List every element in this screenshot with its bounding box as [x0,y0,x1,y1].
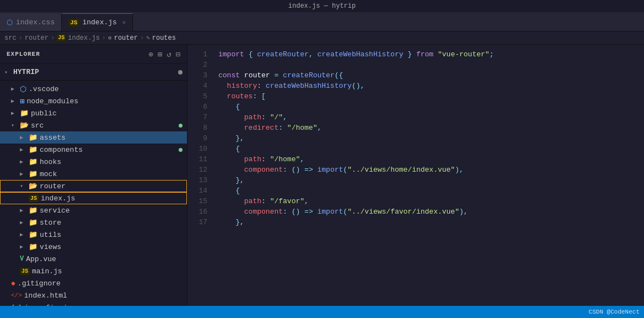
explorer-title: EXPLORER [7,51,40,57]
credit-text: CSDN @CodeNect [589,309,640,315]
tree-item-components[interactable]: ▶ 📁 components [0,144,187,156]
tree-label-node-modules: node_modules [26,97,78,105]
line-4: history: createWebHashHistory(), [218,81,644,91]
tree-item-mock[interactable]: ▶ 📁 mock [0,168,187,180]
line-13: }, [218,175,644,186]
title-bar: index.js — hytrip [0,0,644,12]
folder-icon-views: 📁 [29,242,37,251]
tree-item-store[interactable]: ▶ 📁 store [0,216,187,229]
tree-label-main-js: main.js [32,267,62,275]
tab-js[interactable]: JS index.js ✕ [62,13,133,31]
line-5: routes: [ [218,91,644,102]
folder-icon-src: 📂 [20,121,29,130]
tree-item-router[interactable]: ▾ 📂 router [0,180,187,192]
line-1: import { createRouter, createWebHashHist… [218,49,644,60]
bc-js-icon: JS [57,34,66,41]
code-area[interactable]: 12345 678910 1112131415 1617 import { cr… [187,45,644,306]
bc-router-ref-icon: ⊕ [108,34,112,41]
refresh-icon[interactable]: ↺ [167,50,171,59]
tree-item-assets[interactable]: ▶ 📁 assets [0,131,187,144]
new-file-icon[interactable]: ⊕ [148,50,153,59]
title-text: index.js — hytrip [288,2,356,10]
bc-router: router [25,34,49,42]
tab-css-label: index.css [16,18,55,26]
tree-item-node-modules[interactable]: ▶ ⊞ node_modules [0,95,187,107]
line-14: { [218,186,644,196]
tree-label-utils: utils [40,231,61,239]
tree-label-service: service [40,206,70,215]
tree-item-public[interactable]: ▶ 📁 public [0,107,187,119]
collapse-icon[interactable]: ⊟ [176,50,180,59]
folder-icon-assets: 📁 [29,133,37,142]
tree-label-app-vue: App.vue [26,255,56,263]
editor: 12345 678910 1112131415 1617 import { cr… [187,45,644,306]
bc-src: src [4,34,17,42]
tree-label-store: store [40,219,61,227]
tree-item-jsconfig[interactable]: {·} jsconfig.json [0,301,187,306]
tree-item-hooks[interactable]: ▶ 📁 hooks [0,156,187,168]
tree-item-utils[interactable]: ▶ 📁 utils [0,229,187,241]
status-bar: CSDN @CodeNect [0,306,644,318]
tree-item-vscode[interactable]: ▶ ⬡ .vscode [0,83,187,95]
tree-item-index-html[interactable]: </> index.html [0,289,187,301]
sidebar-header: EXPLORER ⊕ ⊞ ↺ ⊟ [0,45,187,64]
line-11: path: "/home", [218,154,644,165]
project-root[interactable]: ▾ HYTRIP [0,64,187,81]
tree-item-service[interactable]: ▶ 📁 service [0,204,187,216]
css-icon: ⬡ [7,18,13,27]
tree-label-router-indexjs: index.js [41,194,75,203]
tree-item-src[interactable]: ▾ 📂 src [0,119,187,131]
tree-item-router-indexjs[interactable]: JS index.js [0,192,187,204]
main-area: EXPLORER ⊕ ⊞ ↺ ⊟ ▾ HYTRIP ▶ ⬡ .vscode ▶ [0,45,644,306]
breadcrumb: src › router › JS index.js › ⊕ router › … [0,31,644,45]
js-main-icon: JS [20,268,30,275]
new-folder-icon[interactable]: ⊞ [158,50,162,59]
js-icon: JS [68,19,79,26]
code-content[interactable]: import { createRouter, createWebHashHist… [214,45,644,306]
line-12: component: () => import("../views/home/i… [218,165,644,175]
tab-js-label: index.js [82,18,116,26]
project-name: HYTRIP [13,68,39,76]
line-16: component: () => import("../views/favor/… [218,206,644,217]
line-2 [218,60,644,70]
bc-indexjs: index.js [68,34,100,42]
folder-icon-hooks: 📁 [29,157,37,166]
tab-css[interactable]: ⬡ index.css [0,13,62,31]
line-8: redirect: "/home", [218,123,644,133]
line-15: path: "/favor", [218,196,644,206]
vue-file-icon: V [20,255,24,263]
tree-label-gitignore: .gitignore [18,279,61,288]
tab-bar: ⬡ index.css JS index.js ✕ [0,12,644,31]
folder-icon-vscode: ⬡ [20,84,26,94]
line-6: { [218,102,644,112]
tree-item-gitignore[interactable]: ◆ .gitignore [0,277,187,289]
tree-label-hooks: hooks [40,158,61,166]
folder-icon-store: 📁 [29,218,37,227]
bc-routes-icon: ✎ [146,34,150,41]
tree-label-assets: assets [40,134,66,142]
line-3: const router = createRouter({ [218,70,644,81]
file-tree: ▶ ⬡ .vscode ▶ ⊞ node_modules ▶ 📁 public … [0,81,187,306]
line-9: }, [218,133,644,144]
sidebar: EXPLORER ⊕ ⊞ ↺ ⊟ ▾ HYTRIP ▶ ⬡ .vscode ▶ [0,45,187,306]
line-10: { [218,144,644,154]
tree-item-views[interactable]: ▶ 📁 views [0,241,187,253]
folder-icon-mock: 📁 [29,169,37,178]
tree-label-vscode: .vscode [29,85,59,93]
tab-close-icon[interactable]: ✕ [122,19,126,26]
tree-label-components: components [40,146,83,154]
folder-icon-public: 📁 [20,109,29,118]
src-modified-dot [179,124,183,128]
git-file-icon: ◆ [11,279,15,288]
bc-router2: router [114,34,138,42]
tree-item-app-vue[interactable]: V App.vue [0,253,187,265]
tree-label-views: views [40,243,61,251]
tree-item-main-js[interactable]: JS main.js [0,265,187,277]
tree-label-src: src [31,121,44,130]
tree-label-index-html: index.html [24,292,67,300]
tree-label-mock: mock [40,170,57,178]
project-chevron: ▾ [4,69,11,76]
line-7: path: "/", [218,112,644,123]
line-17: }, [218,217,644,227]
bc-routes: routes [152,34,176,42]
